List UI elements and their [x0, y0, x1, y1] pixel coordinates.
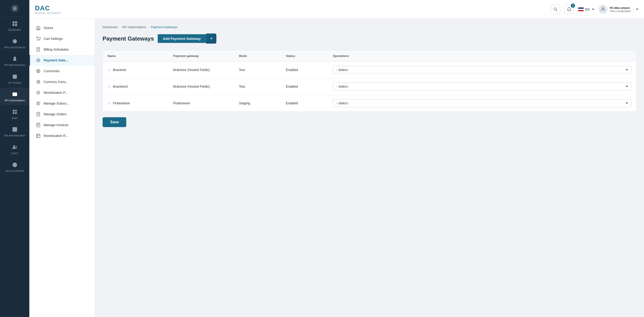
sidebar-item-stores[interactable]: Stores — [29, 22, 95, 33]
sidebar-item-users[interactable]: Users — [0, 140, 29, 158]
svg-rect-19 — [13, 110, 14, 111]
col-operations: Operations — [328, 50, 636, 61]
td-mode-1: Test — [234, 80, 281, 93]
avatar — [598, 5, 608, 14]
table-row: ⊹ Braintree Braintree (Hosted Fields) Te… — [103, 62, 636, 78]
sidebar-item-manage-subscr[interactable]: Manage Subscr... — [29, 98, 95, 109]
td-gateway-2: Flutterwave — [168, 97, 234, 109]
payment-gateways-table: Name Payment gateway Mode Status Operati… — [102, 50, 636, 112]
svg-point-26 — [14, 145, 15, 147]
svg-rect-55 — [36, 123, 40, 127]
api-testing-icon — [12, 73, 18, 80]
sidebar-item-currencies[interactable]: Currencies — [29, 66, 95, 76]
nav-logo-area — [0, 0, 29, 17]
language-selector[interactable]: EN — [578, 7, 594, 11]
billing-icon — [36, 47, 41, 52]
svg-rect-12 — [13, 75, 17, 78]
select-chevron-icon — [626, 86, 628, 87]
sidebar-item-monetization-r[interactable]: Monetization R... — [29, 130, 95, 141]
sidebar-item-apps[interactable]: Apps — [0, 105, 29, 123]
apps-icon — [12, 109, 18, 115]
drag-handle-icon[interactable]: ⊹ — [108, 101, 110, 105]
user-chevron-icon — [636, 9, 638, 10]
td-mode-2: Staging — [234, 97, 281, 109]
sidebar-item-currency-conv[interactable]: Currency Conv... — [29, 76, 95, 87]
user-info: Hi ekta umare ekta.u+pa@digital... — [610, 6, 633, 12]
apis-icon — [12, 38, 18, 44]
currencies-icon — [36, 68, 41, 74]
svg-rect-22 — [15, 112, 17, 114]
header-right: 0 EN Hi ekta umare ekta.u+pa@digital... — [551, 5, 638, 14]
currency-conv-icon — [36, 79, 41, 84]
td-name-2: ⊹ Flutterwave — [103, 97, 168, 110]
sidebar-item-about[interactable]: About OreAPIM — [0, 158, 29, 176]
svg-rect-20 — [15, 110, 17, 111]
sidebar-item-api-subscriptions[interactable]: API Subscriptions — [0, 88, 29, 105]
select-chevron-icon — [626, 102, 628, 104]
td-operations-1: - Select - — [328, 78, 636, 95]
select-chevron-icon — [626, 69, 628, 71]
table-row: ⊹ Braintree2 Braintree (Hosted Fields) T… — [103, 78, 636, 95]
save-button[interactable]: Save — [102, 117, 126, 127]
search-button[interactable] — [551, 5, 560, 14]
breadcrumb: Dashboard › API Subscriptions › Payment … — [102, 25, 636, 29]
sidebar-item-site-administration[interactable]: Site Administration — [0, 123, 29, 140]
table-header: Name Payment gateway Mode Status Operati… — [103, 50, 636, 62]
drag-handle-icon[interactable]: ⊹ — [108, 84, 110, 89]
sidebar-item-cart-settings[interactable]: Cart Settings — [29, 33, 95, 44]
header-logo: DAC DIGITAL APICRAFT — [35, 4, 551, 14]
svg-point-11 — [14, 57, 16, 59]
site-admin-icon — [12, 126, 18, 133]
svg-rect-23 — [13, 127, 17, 132]
operations-select-0[interactable]: - Select - — [333, 66, 632, 74]
svg-rect-21 — [13, 112, 14, 114]
top-header: DAC DIGITAL APICRAFT 0 EN — [29, 0, 644, 19]
sidebar-item-api-testing[interactable]: API Testing — [0, 70, 29, 88]
svg-rect-15 — [13, 93, 17, 96]
sidebar-item-apis-products[interactable]: APIs and Products — [0, 35, 29, 52]
add-button-label[interactable]: Add Payment Gateway — [158, 34, 206, 43]
about-icon — [12, 162, 18, 168]
flag-icon — [578, 7, 584, 11]
col-mode: Mode — [234, 50, 281, 61]
col-payment-gateway: Payment gateway — [168, 50, 234, 61]
operations-select-1[interactable]: - Select - — [333, 82, 632, 90]
svg-point-34 — [40, 40, 40, 41]
operations-select-2[interactable]: - Select - — [333, 99, 632, 107]
svg-rect-1 — [15, 21, 17, 23]
manage-subscr-icon — [36, 101, 41, 106]
sidebar-item-dashboard[interactable]: Dashboard — [0, 17, 29, 35]
sidebar-item-billing-schedules[interactable]: Billing Schedules — [29, 44, 95, 55]
dashboard-icon — [12, 20, 18, 27]
svg-rect-59 — [36, 134, 40, 138]
td-status-1: Enabled — [281, 80, 328, 93]
td-gateway-0: Braintree (Hosted Fields) — [168, 64, 234, 76]
add-payment-gateway-button[interactable]: Add Payment Gateway + — [158, 33, 216, 44]
td-name-1: ⊹ Braintree2 — [103, 80, 168, 93]
td-status-2: Enabled — [281, 97, 328, 109]
dac-logo: DAC DIGITAL APICRAFT — [35, 4, 551, 14]
drag-handle-icon[interactable]: ⊹ — [108, 68, 110, 72]
sidebar-item-manage-invoices[interactable]: Manage Invoices — [29, 120, 95, 130]
svg-point-39 — [36, 59, 40, 62]
user-menu[interactable]: Hi ekta umare ekta.u+pa@digital... — [598, 5, 638, 14]
svg-rect-0 — [13, 21, 14, 23]
add-button-plus[interactable]: + — [206, 33, 216, 44]
payment-gateways-icon — [36, 58, 41, 63]
cart-icon — [36, 36, 41, 41]
monetization-r-icon — [36, 133, 41, 138]
sidebar-item-manage-orders[interactable]: Manage Orders — [29, 109, 95, 120]
page-header: Payment Gateways Add Payment Gateway + — [102, 33, 636, 44]
sidebar-item-api-administration[interactable]: API Administration — [0, 52, 29, 70]
sidebar-item-payment-gateways[interactable]: Payment Gate... — [29, 55, 95, 66]
col-status: Status — [281, 50, 328, 61]
notification-button[interactable]: 0 — [564, 5, 574, 14]
stores-icon — [36, 25, 41, 30]
hamburger-button[interactable] — [10, 4, 19, 13]
monetization-p-icon — [36, 90, 41, 95]
sidebar-item-monetization-p[interactable]: Monetization P... — [29, 87, 95, 98]
col-name: Name — [103, 50, 168, 61]
svg-point-33 — [38, 40, 38, 41]
page-title: Payment Gateways — [102, 35, 154, 42]
api-subscriptions-icon — [12, 91, 18, 97]
